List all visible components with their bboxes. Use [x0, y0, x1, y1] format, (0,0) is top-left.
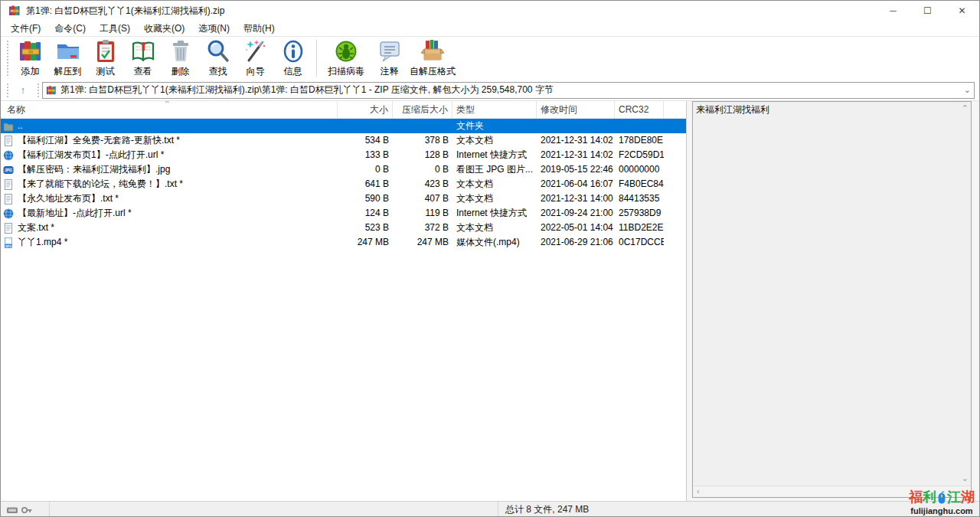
title-bar: 第1弹: 白皙D杯巨乳丫丫1(来福利江湖找福利).zip ─ ☐ ✕ [1, 1, 979, 21]
panel-splitter[interactable] [687, 101, 692, 501]
url-globe-icon [3, 208, 14, 219]
logo-char: 湖 [961, 488, 975, 506]
file-row[interactable]: 【最新地址】-点此打开.url * 124 B 119 B Internet 快… [1, 206, 686, 221]
close-button[interactable]: ✕ [945, 1, 979, 21]
toolbar: 添加 解压到 测试 查看 删除 查找 向导 信息 [1, 37, 979, 80]
scroll-up-icon[interactable]: ⌃ [962, 103, 969, 113]
column-header-name[interactable]: 名称 [1, 101, 338, 118]
archive-path-combobox[interactable]: 第1弹: 白皙D杯巨乳丫丫1(来福利江湖找福利).zip\第1弹: 白皙D杯巨乳… [42, 82, 975, 99]
file-row[interactable]: 文案.txt * 523 B 372 B 文本文档 2022-05-01 14:… [1, 221, 686, 235]
view-book-icon [131, 39, 155, 64]
delete-button[interactable]: 删除 [162, 37, 199, 78]
address-bar: ↑ 第1弹: 白皙D杯巨乳丫丫1(来福利江湖找福利).zip\第1弹: 白皙D杯… [1, 80, 979, 101]
sfx-box-icon [420, 39, 445, 64]
column-header-crc[interactable]: CRC32 [615, 101, 664, 118]
archive-path-text: 第1弹: 白皙D杯巨乳丫丫1(来福利江湖找福利).zip\第1弹: 白皙D杯巨乳… [60, 83, 961, 97]
text-file-icon [3, 194, 14, 205]
column-header-mtime[interactable]: 修改时间 [537, 101, 615, 118]
winrar-window: 第1弹: 白皙D杯巨乳丫丫1(来福利江湖找福利).zip ─ ☐ ✕ 文件(F)… [0, 0, 980, 517]
info-icon [281, 39, 305, 64]
window-title: 第1弹: 白皙D杯巨乳丫丫1(来福利江湖找福利).zip [26, 5, 876, 18]
file-row[interactable]: 【来了就能下载的论坛，纯免费！】.txt * 641 B 423 B 文本文档 … [1, 177, 686, 191]
menu-commands[interactable]: 命令(C) [47, 21, 93, 37]
mouse-icon [937, 488, 946, 507]
archive-comment-text: 来福利江湖找福利 [693, 102, 971, 118]
text-file-icon [3, 136, 14, 146]
delete-trash-icon [168, 39, 193, 64]
scroll-down-icon[interactable]: ⌄ [962, 473, 969, 483]
key-icon [21, 504, 33, 516]
info-button[interactable]: 信息 [274, 37, 312, 78]
archive-books-icon [18, 39, 43, 64]
winrar-archive-icon-small [46, 85, 57, 96]
logo-char: 江 [947, 488, 961, 506]
column-header-size[interactable]: 大小 [338, 101, 393, 118]
drive-icon [6, 504, 18, 516]
comment-bubble-icon [377, 39, 402, 64]
menu-help[interactable]: 帮助(H) [237, 21, 282, 37]
logo-char: 利 [923, 488, 936, 506]
menu-tools[interactable]: 工具(S) [93, 21, 137, 37]
column-header-type[interactable]: 类型 [452, 101, 537, 118]
extract-to-button[interactable]: 解压到 [49, 37, 87, 78]
toolbar-separator [316, 40, 317, 77]
column-header-packed[interactable]: 压缩后大小 [393, 101, 452, 118]
column-header-row: 名称 大小 压缩后大小 类型 修改时间 CRC32 ^ [1, 101, 686, 119]
main-area: 名称 大小 压缩后大小 类型 修改时间 CRC32 ^ .. 文件夹 【福利江湖… [1, 101, 979, 501]
sort-ascending-icon: ^ [165, 101, 168, 106]
archive-comment-panel: 来福利江湖找福利 ⌃ ⌄ ‹ [692, 101, 972, 498]
file-row[interactable]: 丫丫1.mp4 * 247 MB 247 MB 媒体文件(.mp4) 2021-… [1, 235, 686, 250]
up-one-level-button[interactable]: ↑ [11, 82, 34, 99]
url-globe-icon [3, 150, 14, 161]
wizard-button[interactable]: 向导 [237, 37, 274, 78]
file-row[interactable]: 【福利江湖发布页1】-点此打开.url * 133 B 128 B Intern… [1, 148, 686, 162]
toolbar-drag-handle[interactable] [7, 41, 8, 76]
right-margin [972, 101, 979, 501]
menu-options[interactable]: 选项(N) [191, 21, 237, 37]
virus-scan-button[interactable]: 扫描病毒 [322, 37, 371, 78]
menu-bar: 文件(F) 命令(C) 工具(S) 收藏夹(O) 选项(N) 帮助(H) [1, 21, 979, 37]
maximize-button[interactable]: ☐ [910, 1, 945, 21]
winrar-archive-icon [8, 5, 21, 17]
scroll-left-icon[interactable]: ‹ [697, 486, 700, 496]
find-magnifier-icon [206, 39, 230, 64]
file-row-parent-dir[interactable]: .. 文件夹 [1, 119, 686, 133]
statusbar-total-text: 总计 8 文件, 247 MB [498, 502, 979, 517]
menu-favorites[interactable]: 收藏夹(O) [137, 21, 191, 37]
virus-scan-icon [334, 39, 358, 64]
file-row[interactable]: 【福利江湖】全免费-无套路-更新快.txt * 534 B 378 B 文本文档… [1, 133, 686, 148]
site-logo: 福 利 江 湖 fulijianghu.com [909, 487, 975, 515]
wizard-wand-icon [243, 39, 268, 64]
statusbar-icons [1, 502, 50, 517]
addressbar-drag-handle[interactable] [7, 83, 8, 97]
combobox-dropdown-icon[interactable]: ⌄ [961, 85, 971, 95]
test-button[interactable]: 测试 [87, 37, 124, 78]
menu-file[interactable]: 文件(F) [4, 21, 47, 37]
file-row[interactable]: 【永久地址发布页】.txt * 590 B 407 B 文本文档 2021-12… [1, 191, 686, 206]
addressbar-drag-handle-2[interactable] [38, 83, 39, 97]
sfx-button[interactable]: 自解压格式 [408, 37, 457, 78]
file-row[interactable]: 【解压密码：来福利江湖找福利】.jpg 0 B 0 B 看图王 JPG 图片..… [1, 162, 686, 177]
find-button[interactable]: 查找 [199, 37, 237, 78]
logo-domain-text: fulijianghu.com [909, 507, 975, 515]
folder-up-icon [3, 121, 14, 132]
extract-folder-icon [56, 39, 80, 64]
logo-char: 福 [909, 488, 923, 506]
mp4-video-icon [3, 237, 14, 248]
status-bar: 总计 8 文件, 247 MB [1, 501, 979, 517]
comment-button[interactable]: 注释 [371, 37, 408, 78]
add-button[interactable]: 添加 [11, 37, 49, 78]
text-file-icon [3, 179, 14, 190]
test-clipboard-icon [93, 39, 118, 64]
minimize-button[interactable]: ─ [876, 1, 910, 21]
file-list-panel: 名称 大小 压缩后大小 类型 修改时间 CRC32 ^ .. 文件夹 【福利江湖… [1, 101, 687, 501]
column-header-filler [664, 101, 687, 118]
jpg-image-icon [3, 165, 14, 175]
view-button[interactable]: 查看 [124, 37, 162, 78]
statusbar-middle-section [50, 502, 498, 517]
text-file-icon [3, 223, 14, 234]
